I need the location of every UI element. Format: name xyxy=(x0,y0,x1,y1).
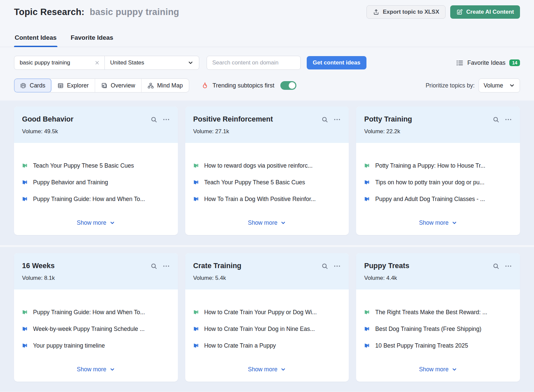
chevron-down-icon xyxy=(188,60,194,66)
page-title-query: basic puppy training xyxy=(90,7,179,17)
tabs-bar: Content Ideas Favorite Ideas xyxy=(0,31,534,47)
content-idea-item[interactable]: Puppy Behavior and Training xyxy=(22,178,170,187)
content-idea-text: 10 Best Puppy Training Treats 2025 xyxy=(375,342,468,350)
chevron-down-icon xyxy=(280,367,286,372)
topic-card-crate-training: Crate Training Volume: 5.4k How to Crate… xyxy=(185,253,349,382)
content-idea-item[interactable]: How to Crate Train Your Puppy or Dog Wi.… xyxy=(193,308,341,317)
export-xlsx-button[interactable]: Export topic to XLSX xyxy=(366,5,446,19)
content-idea-item[interactable]: Teach Your Puppy These 5 Basic Cues xyxy=(193,178,341,187)
view-mindmap-button[interactable]: Mind Map xyxy=(142,79,189,92)
search-icon[interactable] xyxy=(151,263,157,269)
card-title[interactable]: Good Behavior xyxy=(22,115,73,124)
content-idea-text: The Right Treats Make the Best Reward: .… xyxy=(375,308,487,316)
tab-favorite-ideas[interactable]: Favorite Ideas xyxy=(70,31,114,47)
card-body: Teach Your Puppy These 5 Basic Cues Pupp… xyxy=(14,143,178,235)
content-idea-text: Your puppy training timeline xyxy=(33,342,105,350)
search-icon[interactable] xyxy=(321,116,328,123)
card-volume: Volume: 49.5k xyxy=(22,128,170,135)
card-title[interactable]: Potty Training xyxy=(364,115,412,124)
content-idea-item[interactable]: Best Dog Training Treats (Free Shipping) xyxy=(364,325,512,334)
content-idea-item[interactable]: Week-by-week Puppy Training Schedule ... xyxy=(22,325,170,334)
content-idea-item[interactable]: Your puppy training timeline xyxy=(22,342,170,351)
export-icon xyxy=(373,9,379,15)
more-options-icon[interactable] xyxy=(505,263,512,269)
card-volume: Volume: 8.1k xyxy=(22,275,170,281)
megaphone-icon xyxy=(364,342,370,351)
country-value: United States xyxy=(110,59,144,66)
topic-card-potty-training: Potty Training Volume: 22.2k Potty Train… xyxy=(356,107,520,235)
flame-icon xyxy=(201,82,209,89)
content-idea-item[interactable]: Puppy Training Guide: How and When To... xyxy=(22,308,170,317)
card-title[interactable]: Positive Reinforcement xyxy=(193,115,273,124)
tab-content-ideas[interactable]: Content Ideas xyxy=(14,31,57,47)
content-idea-text: Week-by-week Puppy Training Schedule ... xyxy=(33,325,145,333)
search-icon[interactable] xyxy=(493,116,499,123)
more-options-icon[interactable] xyxy=(333,116,341,123)
view-explorer-label: Explorer xyxy=(67,82,89,89)
search-icon[interactable] xyxy=(493,263,499,269)
card-title[interactable]: Puppy Treats xyxy=(364,262,409,270)
card-body: How to Crate Train Your Puppy or Dog Wi.… xyxy=(185,289,349,382)
content-idea-text: Teach Your Puppy These 5 Basic Cues xyxy=(33,162,134,170)
megaphone-icon xyxy=(193,326,200,334)
topic-card-puppy-treats: Puppy Treats Volume: 4.4k The Right Trea… xyxy=(356,253,520,382)
content-idea-item[interactable]: 10 Best Puppy Training Treats 2025 xyxy=(364,342,512,351)
content-idea-item[interactable]: How To Train a Dog With Positive Reinfor… xyxy=(193,195,341,204)
create-ai-content-button[interactable]: Create AI Content xyxy=(450,5,520,19)
chevron-down-icon xyxy=(509,82,515,88)
content-idea-item[interactable]: Potty Training a Puppy: How to House Tr.… xyxy=(364,162,512,171)
sort-by-select[interactable]: Volume xyxy=(479,78,520,92)
card-title[interactable]: 16 Weeks xyxy=(22,262,55,270)
get-content-ideas-button[interactable]: Get content ideas xyxy=(307,56,366,69)
domain-search-input[interactable] xyxy=(207,56,301,70)
search-icon[interactable] xyxy=(321,263,328,269)
topic-query-field[interactable] xyxy=(14,56,104,69)
topic-query-input[interactable] xyxy=(20,59,90,66)
cards-section-row-1: Good Behavior Volume: 49.5k Teach Your P… xyxy=(0,101,534,245)
megaphone-icon xyxy=(22,326,28,334)
show-more-label: Show more xyxy=(77,219,106,226)
show-more-link[interactable]: Show more xyxy=(364,219,512,227)
favorite-ideas-link[interactable]: Favorite Ideas 14 xyxy=(456,59,520,66)
content-idea-item[interactable]: Puppy Training Guide: How and When To... xyxy=(22,195,170,204)
megaphone-icon xyxy=(22,179,28,187)
card-body: The Right Treats Make the Best Reward: .… xyxy=(356,289,520,382)
country-select[interactable]: United States xyxy=(105,56,199,69)
content-idea-item[interactable]: Tips on how to potty train your dog or p… xyxy=(364,178,512,187)
view-overview-button[interactable]: Overview xyxy=(95,79,142,92)
search-icon[interactable] xyxy=(151,116,157,123)
more-options-icon[interactable] xyxy=(163,116,170,123)
card-volume: Volume: 5.4k xyxy=(193,275,341,281)
content-idea-item[interactable]: How to Crate Train Your Dog in Nine Eas.… xyxy=(193,325,341,334)
content-idea-text: Puppy Training Guide: How and When To... xyxy=(33,308,145,316)
trending-toggle[interactable] xyxy=(280,81,296,90)
content-idea-text: How to Crate Train a Puppy xyxy=(204,342,276,350)
megaphone-icon xyxy=(193,342,200,351)
create-ai-label: Create AI Content xyxy=(466,9,514,15)
view-cards-button[interactable]: Cards xyxy=(14,78,52,92)
show-more-link[interactable]: Show more xyxy=(364,366,512,374)
content-idea-item[interactable]: The Right Treats Make the Best Reward: .… xyxy=(364,308,512,317)
more-options-icon[interactable] xyxy=(163,263,170,269)
view-explorer-button[interactable]: Explorer xyxy=(51,79,95,92)
content-idea-item[interactable]: Teach Your Puppy These 5 Basic Cues xyxy=(22,162,170,171)
show-more-link[interactable]: Show more xyxy=(22,366,170,374)
show-more-link[interactable]: Show more xyxy=(22,219,170,227)
more-options-icon[interactable] xyxy=(505,116,512,123)
show-more-link[interactable]: Show more xyxy=(193,219,341,227)
clear-query-icon[interactable] xyxy=(94,60,100,65)
card-title[interactable]: Crate Training xyxy=(193,262,242,270)
card-header: 16 Weeks Volume: 8.1k xyxy=(14,253,178,289)
content-idea-item[interactable]: Puppy and Adult Dog Training Classes - .… xyxy=(364,195,512,204)
show-more-label: Show more xyxy=(248,219,278,226)
content-idea-item[interactable]: How to reward dogs via positive reinforc… xyxy=(193,162,341,171)
content-idea-text: Puppy Training Guide: How and When To... xyxy=(33,195,145,203)
view-mindmap-label: Mind Map xyxy=(157,82,183,89)
card-body: Potty Training a Puppy: How to House Tr.… xyxy=(356,143,520,235)
content-idea-item[interactable]: How to Crate Train a Puppy xyxy=(193,342,341,351)
show-more-link[interactable]: Show more xyxy=(193,366,341,374)
trending-subtopics-control: Trending subtopics first xyxy=(201,81,296,90)
more-options-icon[interactable] xyxy=(333,263,341,269)
export-label: Export topic to XLSX xyxy=(383,9,439,15)
toggle-knob xyxy=(289,82,295,89)
